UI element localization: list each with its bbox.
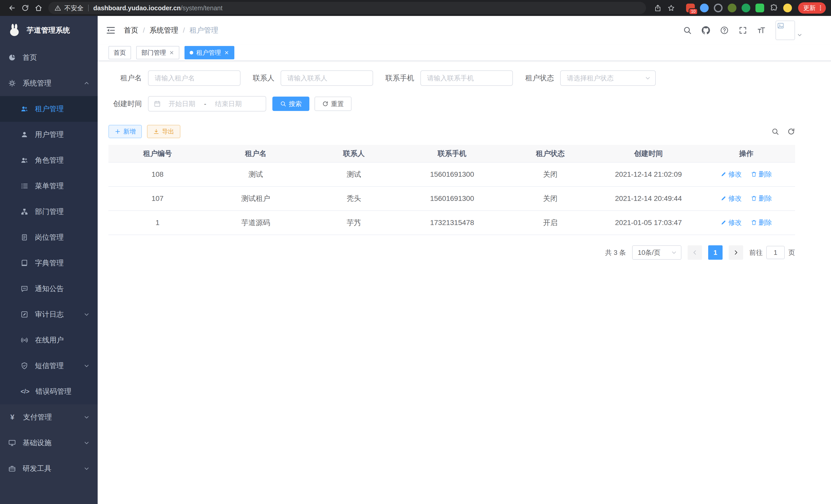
sidebar-logo[interactable]: 芋道管理系统 [0,16,98,45]
browser-home-button[interactable] [32,1,45,14]
breadcrumb-item[interactable]: 系统管理 [149,25,178,35]
font-size-icon[interactable] [757,26,766,35]
list-icon [21,182,28,190]
tab-home[interactable]: 首页 [109,46,131,59]
end-date-input[interactable] [208,100,249,108]
search-icon[interactable] [683,26,692,35]
cell-tenant-id: 107 [109,186,207,211]
status-select[interactable]: 请选择租户状态 [560,70,656,86]
close-icon[interactable] [169,50,174,55]
sidebar-item-audit-log[interactable]: 审计日志 [0,302,98,327]
edit-link[interactable]: 修改 [720,170,742,179]
sidebar-collapse-icon[interactable] [106,25,116,35]
sidebar-item-post[interactable]: 岗位管理 [0,225,98,250]
cell-actions: 修改 删除 [698,162,795,186]
add-button[interactable]: 新增 [109,125,142,138]
table-row: 108 测试 测试 15601691300 关闭 2021-12-14 21:0… [109,162,795,186]
sidebar-item-dev-tools[interactable]: 研发工具 [0,456,98,481]
tab-tenant[interactable]: 租户管理 [184,46,234,59]
next-page-button[interactable] [729,245,743,260]
current-page-button[interactable]: 1 [708,245,722,260]
reset-button-label: 重置 [331,100,344,108]
url-domain[interactable]: dashboard.yudao.iocoder.cn [93,4,181,12]
browser-update-button[interactable]: 更新 [798,2,826,13]
sidebar-item-tenant[interactable]: 租户管理 [0,96,98,122]
help-icon[interactable] [720,26,729,35]
show-search-icon[interactable] [771,128,779,136]
date-range-separator: - [203,100,207,108]
add-button-label: 新增 [123,127,136,136]
refresh-table-icon[interactable] [787,128,795,136]
extension-icon[interactable] [714,4,722,12]
sidebar-item-notice[interactable]: 通知公告 [0,276,98,302]
prev-page-button[interactable] [688,245,702,260]
sidebar-item-online-user[interactable]: 在线用户 [0,327,98,353]
cell-created-at: 2021-12-14 21:02:09 [599,162,697,186]
phone-input[interactable] [420,70,513,86]
cell-contact: 芋艿 [305,211,403,235]
security-warning-label[interactable]: 不安全 [64,4,84,12]
table-row: 1 芋道源码 芋艿 17321315478 开启 2021-01-05 17:0… [109,211,795,235]
breadcrumb-item[interactable]: 首页 [124,25,138,35]
edit-link[interactable]: 修改 [720,194,742,203]
delete-link[interactable]: 删除 [751,170,772,179]
delete-link[interactable]: 删除 [751,218,772,227]
dashboard-icon [8,54,16,61]
chevron-down-icon [645,75,651,81]
chevron-down-icon [84,363,89,368]
extension-icon[interactable]: 10 [686,4,695,12]
sidebar-item-role[interactable]: 角色管理 [0,147,98,173]
sidebar-item-dict[interactable]: 字典管理 [0,250,98,276]
close-icon[interactable] [224,50,229,55]
sidebar-item-home[interactable]: 首页 [0,45,98,70]
date-range-picker[interactable]: - [148,96,266,112]
extensions-puzzle-icon[interactable] [769,4,778,12]
sidebar-item-payment[interactable]: ¥ 支付管理 [0,404,98,430]
header-actions [683,21,802,40]
delete-link-label: 删除 [758,170,772,179]
browser-reload-button[interactable] [19,1,32,14]
org-tree-icon [21,208,28,215]
sidebar-item-sms[interactable]: 短信管理 [0,353,98,379]
address-bar[interactable]: 不安全 dashboard.yudao.iocoder.cn /system/t… [48,2,646,14]
sidebar-item-user[interactable]: 用户管理 [0,122,98,147]
url-path[interactable]: /system/tenant [181,4,223,12]
sidebar-item-infra[interactable]: 基础设施 [0,430,98,456]
tenant-name-input[interactable] [148,70,240,86]
github-icon[interactable] [701,26,710,35]
sidebar-item-dept[interactable]: 部门管理 [0,199,98,225]
contact-input[interactable] [281,70,373,86]
export-button[interactable]: 导出 [147,125,180,138]
cell-actions: 修改 删除 [698,186,795,211]
sidebar-item-error-code[interactable]: </> 错误码管理 [0,379,98,404]
tab-dept[interactable]: 部门管理 [136,46,179,59]
filter-contact: 联系人 [253,70,373,86]
user-avatar-dropdown[interactable] [775,21,802,40]
browser-profile-avatar[interactable] [783,4,792,12]
filter-phone: 联系手机 [385,70,513,86]
tab-label: 部门管理 [141,49,166,57]
reset-button[interactable]: 重置 [315,97,351,111]
start-date-input[interactable] [162,100,202,108]
field-label: 联系人 [253,73,275,83]
fullscreen-icon[interactable] [739,26,747,35]
edit-link[interactable]: 修改 [720,218,742,227]
delete-link[interactable]: 删除 [751,194,772,203]
sidebar-item-menu[interactable]: 菜单管理 [0,173,98,199]
avatar[interactable] [775,21,795,40]
extension-icon[interactable] [742,4,750,12]
extension-icon[interactable] [700,4,709,12]
sidebar-item-system[interactable]: 系统管理 [0,70,98,96]
sidebar-item-label: 租户管理 [35,104,64,114]
extension-icon[interactable] [755,4,764,12]
search-button[interactable]: 搜索 [273,97,309,111]
cell-tenant-id: 108 [109,162,207,186]
security-warning-icon[interactable] [55,5,61,11]
share-icon[interactable] [651,1,664,14]
bookmark-star-icon[interactable] [664,1,678,14]
goto-page-input[interactable] [766,246,785,259]
extension-icon[interactable] [728,4,737,12]
page-size-select[interactable]: 10条/页 [632,245,682,260]
browser-back-button[interactable] [5,1,19,14]
breadcrumb-separator: / [183,26,185,34]
